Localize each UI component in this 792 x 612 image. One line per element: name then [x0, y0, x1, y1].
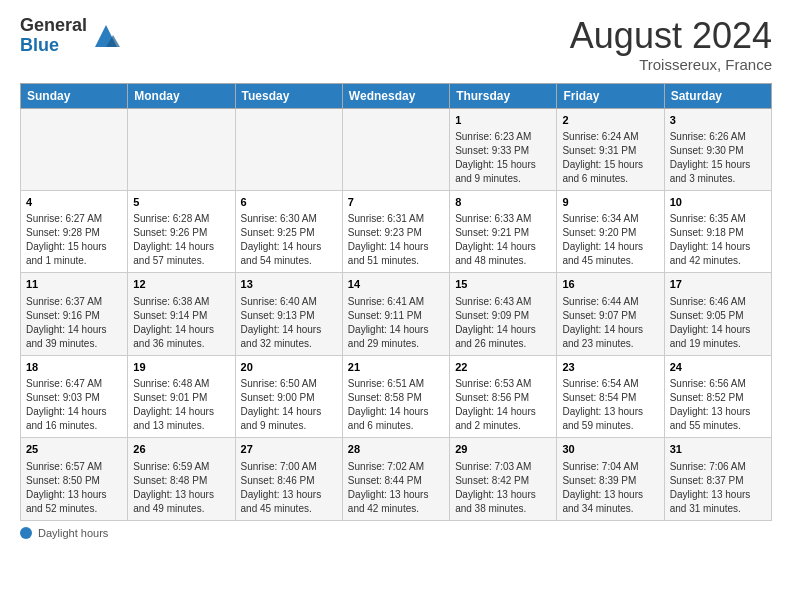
calendar-cell: 7Sunrise: 6:31 AM Sunset: 9:23 PM Daylig… — [342, 190, 449, 272]
calendar-cell: 26Sunrise: 6:59 AM Sunset: 8:48 PM Dayli… — [128, 438, 235, 520]
day-number: 27 — [241, 442, 337, 457]
day-info: Sunrise: 6:54 AM Sunset: 8:54 PM Dayligh… — [562, 377, 658, 433]
calendar-cell: 25Sunrise: 6:57 AM Sunset: 8:50 PM Dayli… — [21, 438, 128, 520]
day-info: Sunrise: 6:53 AM Sunset: 8:56 PM Dayligh… — [455, 377, 551, 433]
calendar-cell: 23Sunrise: 6:54 AM Sunset: 8:54 PM Dayli… — [557, 355, 664, 437]
day-info: Sunrise: 6:44 AM Sunset: 9:07 PM Dayligh… — [562, 295, 658, 351]
calendar-cell: 16Sunrise: 6:44 AM Sunset: 9:07 PM Dayli… — [557, 273, 664, 355]
day-number: 20 — [241, 360, 337, 375]
day-number: 28 — [348, 442, 444, 457]
calendar-cell: 22Sunrise: 6:53 AM Sunset: 8:56 PM Dayli… — [450, 355, 557, 437]
calendar-week-row: 1Sunrise: 6:23 AM Sunset: 9:33 PM Daylig… — [21, 108, 772, 190]
calendar-cell: 6Sunrise: 6:30 AM Sunset: 9:25 PM Daylig… — [235, 190, 342, 272]
day-info: Sunrise: 6:38 AM Sunset: 9:14 PM Dayligh… — [133, 295, 229, 351]
day-number: 16 — [562, 277, 658, 292]
calendar-cell: 4Sunrise: 6:27 AM Sunset: 9:28 PM Daylig… — [21, 190, 128, 272]
calendar-cell: 17Sunrise: 6:46 AM Sunset: 9:05 PM Dayli… — [664, 273, 771, 355]
day-number: 15 — [455, 277, 551, 292]
day-number: 9 — [562, 195, 658, 210]
day-info: Sunrise: 6:24 AM Sunset: 9:31 PM Dayligh… — [562, 130, 658, 186]
calendar-cell — [342, 108, 449, 190]
day-number: 24 — [670, 360, 766, 375]
day-number: 31 — [670, 442, 766, 457]
calendar-cell: 30Sunrise: 7:04 AM Sunset: 8:39 PM Dayli… — [557, 438, 664, 520]
day-number: 11 — [26, 277, 122, 292]
logo-general-text: General — [20, 16, 87, 36]
header: General Blue August 2024 Troissereux, Fr… — [20, 16, 772, 73]
calendar-weekday-wednesday: Wednesday — [342, 83, 449, 108]
footer: Daylight hours — [20, 527, 772, 539]
calendar-cell: 15Sunrise: 6:43 AM Sunset: 9:09 PM Dayli… — [450, 273, 557, 355]
day-info: Sunrise: 6:31 AM Sunset: 9:23 PM Dayligh… — [348, 212, 444, 268]
day-info: Sunrise: 6:41 AM Sunset: 9:11 PM Dayligh… — [348, 295, 444, 351]
calendar-weekday-tuesday: Tuesday — [235, 83, 342, 108]
title-block: August 2024 Troissereux, France — [570, 16, 772, 73]
day-number: 22 — [455, 360, 551, 375]
calendar-cell: 31Sunrise: 7:06 AM Sunset: 8:37 PM Dayli… — [664, 438, 771, 520]
calendar-cell: 21Sunrise: 6:51 AM Sunset: 8:58 PM Dayli… — [342, 355, 449, 437]
day-info: Sunrise: 6:48 AM Sunset: 9:01 PM Dayligh… — [133, 377, 229, 433]
calendar-cell: 9Sunrise: 6:34 AM Sunset: 9:20 PM Daylig… — [557, 190, 664, 272]
day-info: Sunrise: 6:51 AM Sunset: 8:58 PM Dayligh… — [348, 377, 444, 433]
logo-icon — [91, 21, 121, 51]
calendar-weekday-friday: Friday — [557, 83, 664, 108]
day-number: 13 — [241, 277, 337, 292]
day-info: Sunrise: 6:30 AM Sunset: 9:25 PM Dayligh… — [241, 212, 337, 268]
day-info: Sunrise: 7:02 AM Sunset: 8:44 PM Dayligh… — [348, 460, 444, 516]
day-number: 21 — [348, 360, 444, 375]
day-info: Sunrise: 7:00 AM Sunset: 8:46 PM Dayligh… — [241, 460, 337, 516]
day-number: 19 — [133, 360, 229, 375]
calendar-cell: 29Sunrise: 7:03 AM Sunset: 8:42 PM Dayli… — [450, 438, 557, 520]
day-number: 23 — [562, 360, 658, 375]
day-info: Sunrise: 6:27 AM Sunset: 9:28 PM Dayligh… — [26, 212, 122, 268]
day-info: Sunrise: 7:04 AM Sunset: 8:39 PM Dayligh… — [562, 460, 658, 516]
calendar-week-row: 11Sunrise: 6:37 AM Sunset: 9:16 PM Dayli… — [21, 273, 772, 355]
day-info: Sunrise: 6:37 AM Sunset: 9:16 PM Dayligh… — [26, 295, 122, 351]
day-number: 10 — [670, 195, 766, 210]
day-number: 17 — [670, 277, 766, 292]
calendar-weekday-monday: Monday — [128, 83, 235, 108]
calendar-cell: 11Sunrise: 6:37 AM Sunset: 9:16 PM Dayli… — [21, 273, 128, 355]
calendar-cell: 5Sunrise: 6:28 AM Sunset: 9:26 PM Daylig… — [128, 190, 235, 272]
day-info: Sunrise: 7:06 AM Sunset: 8:37 PM Dayligh… — [670, 460, 766, 516]
day-info: Sunrise: 6:46 AM Sunset: 9:05 PM Dayligh… — [670, 295, 766, 351]
day-info: Sunrise: 6:28 AM Sunset: 9:26 PM Dayligh… — [133, 212, 229, 268]
day-info: Sunrise: 6:56 AM Sunset: 8:52 PM Dayligh… — [670, 377, 766, 433]
day-number: 12 — [133, 277, 229, 292]
day-number: 1 — [455, 113, 551, 128]
calendar-cell: 27Sunrise: 7:00 AM Sunset: 8:46 PM Dayli… — [235, 438, 342, 520]
calendar-cell: 24Sunrise: 6:56 AM Sunset: 8:52 PM Dayli… — [664, 355, 771, 437]
day-info: Sunrise: 6:23 AM Sunset: 9:33 PM Dayligh… — [455, 130, 551, 186]
day-number: 3 — [670, 113, 766, 128]
calendar-cell: 1Sunrise: 6:23 AM Sunset: 9:33 PM Daylig… — [450, 108, 557, 190]
calendar-cell: 18Sunrise: 6:47 AM Sunset: 9:03 PM Dayli… — [21, 355, 128, 437]
day-info: Sunrise: 6:57 AM Sunset: 8:50 PM Dayligh… — [26, 460, 122, 516]
calendar-cell: 8Sunrise: 6:33 AM Sunset: 9:21 PM Daylig… — [450, 190, 557, 272]
logo: General Blue — [20, 16, 121, 56]
month-year: August 2024 — [570, 16, 772, 56]
day-info: Sunrise: 6:35 AM Sunset: 9:18 PM Dayligh… — [670, 212, 766, 268]
calendar-cell: 12Sunrise: 6:38 AM Sunset: 9:14 PM Dayli… — [128, 273, 235, 355]
day-number: 26 — [133, 442, 229, 457]
calendar-weekday-saturday: Saturday — [664, 83, 771, 108]
day-info: Sunrise: 6:43 AM Sunset: 9:09 PM Dayligh… — [455, 295, 551, 351]
calendar-cell: 28Sunrise: 7:02 AM Sunset: 8:44 PM Dayli… — [342, 438, 449, 520]
calendar-cell: 10Sunrise: 6:35 AM Sunset: 9:18 PM Dayli… — [664, 190, 771, 272]
day-info: Sunrise: 6:33 AM Sunset: 9:21 PM Dayligh… — [455, 212, 551, 268]
calendar-week-row: 18Sunrise: 6:47 AM Sunset: 9:03 PM Dayli… — [21, 355, 772, 437]
calendar-header-row: SundayMondayTuesdayWednesdayThursdayFrid… — [21, 83, 772, 108]
day-info: Sunrise: 6:26 AM Sunset: 9:30 PM Dayligh… — [670, 130, 766, 186]
day-number: 4 — [26, 195, 122, 210]
day-number: 8 — [455, 195, 551, 210]
calendar-table: SundayMondayTuesdayWednesdayThursdayFrid… — [20, 83, 772, 521]
day-number: 18 — [26, 360, 122, 375]
day-info: Sunrise: 6:47 AM Sunset: 9:03 PM Dayligh… — [26, 377, 122, 433]
day-number: 7 — [348, 195, 444, 210]
daylight-dot — [20, 527, 32, 539]
calendar-cell — [21, 108, 128, 190]
calendar-weekday-thursday: Thursday — [450, 83, 557, 108]
calendar-weekday-sunday: Sunday — [21, 83, 128, 108]
day-info: Sunrise: 6:34 AM Sunset: 9:20 PM Dayligh… — [562, 212, 658, 268]
location: Troissereux, France — [570, 56, 772, 73]
calendar-cell: 3Sunrise: 6:26 AM Sunset: 9:30 PM Daylig… — [664, 108, 771, 190]
